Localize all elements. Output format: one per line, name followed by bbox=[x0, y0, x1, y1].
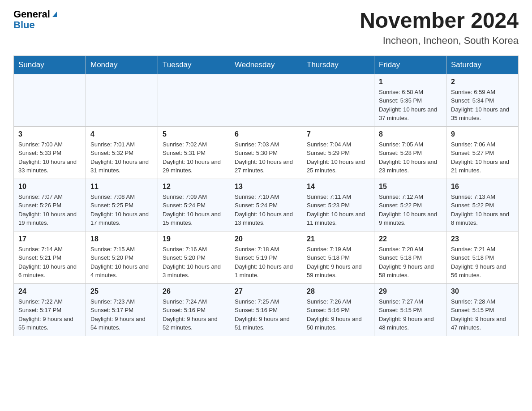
calendar-cell bbox=[158, 74, 230, 126]
day-info: Sunrise: 7:02 AM Sunset: 5:31 PM Dayligh… bbox=[163, 140, 225, 175]
day-number: 15 bbox=[379, 183, 442, 191]
calendar-week-row: 1Sunrise: 6:58 AM Sunset: 5:35 PM Daylig… bbox=[14, 74, 519, 126]
day-number: 8 bbox=[379, 130, 442, 138]
day-number: 23 bbox=[451, 235, 514, 243]
day-number: 21 bbox=[307, 235, 369, 243]
day-of-week-monday: Monday bbox=[86, 56, 158, 74]
day-number: 20 bbox=[235, 235, 297, 243]
calendar-cell: 10Sunrise: 7:07 AM Sunset: 5:26 PM Dayli… bbox=[14, 179, 86, 231]
day-number: 17 bbox=[18, 235, 81, 243]
day-of-week-saturday: Saturday bbox=[446, 56, 519, 74]
calendar-cell: 13Sunrise: 7:10 AM Sunset: 5:24 PM Dayli… bbox=[230, 179, 302, 231]
calendar-cell: 28Sunrise: 7:26 AM Sunset: 5:16 PM Dayli… bbox=[302, 283, 374, 336]
day-number: 24 bbox=[18, 287, 81, 295]
calendar-cell: 21Sunrise: 7:19 AM Sunset: 5:18 PM Dayli… bbox=[302, 231, 374, 283]
calendar-week-row: 17Sunrise: 7:14 AM Sunset: 5:21 PM Dayli… bbox=[14, 231, 519, 283]
calendar-cell: 2Sunrise: 6:59 AM Sunset: 5:34 PM Daylig… bbox=[446, 74, 519, 126]
calendar-cell: 22Sunrise: 7:20 AM Sunset: 5:18 PM Dayli… bbox=[374, 231, 446, 283]
day-number: 14 bbox=[307, 183, 369, 191]
day-number: 19 bbox=[163, 235, 225, 243]
calendar-cell: 30Sunrise: 7:28 AM Sunset: 5:15 PM Dayli… bbox=[446, 283, 519, 336]
calendar-cell: 6Sunrise: 7:03 AM Sunset: 5:30 PM Daylig… bbox=[230, 126, 302, 179]
day-info: Sunrise: 7:03 AM Sunset: 5:30 PM Dayligh… bbox=[235, 140, 297, 175]
day-info: Sunrise: 7:12 AM Sunset: 5:22 PM Dayligh… bbox=[379, 193, 442, 227]
day-number: 4 bbox=[90, 130, 153, 138]
day-number: 30 bbox=[451, 287, 514, 295]
day-number: 28 bbox=[307, 287, 369, 295]
calendar-table: SundayMondayTuesdayWednesdayThursdayFrid… bbox=[13, 56, 519, 336]
calendar-cell: 9Sunrise: 7:06 AM Sunset: 5:27 PM Daylig… bbox=[446, 126, 519, 179]
day-number: 22 bbox=[379, 235, 442, 243]
page-header: General Blue November 2024 Incheon, Inch… bbox=[13, 9, 519, 47]
day-info: Sunrise: 7:11 AM Sunset: 5:23 PM Dayligh… bbox=[307, 193, 369, 227]
calendar-cell: 20Sunrise: 7:18 AM Sunset: 5:19 PM Dayli… bbox=[230, 231, 302, 283]
calendar-cell: 3Sunrise: 7:00 AM Sunset: 5:33 PM Daylig… bbox=[14, 126, 86, 179]
calendar-cell bbox=[86, 74, 158, 126]
calendar-week-row: 3Sunrise: 7:00 AM Sunset: 5:33 PM Daylig… bbox=[14, 126, 519, 179]
page-subtitle: Incheon, Incheon, South Korea bbox=[360, 35, 519, 47]
logo-triangle-icon bbox=[52, 12, 57, 17]
day-info: Sunrise: 6:59 AM Sunset: 5:34 PM Dayligh… bbox=[451, 88, 514, 123]
calendar-cell: 4Sunrise: 7:01 AM Sunset: 5:32 PM Daylig… bbox=[86, 126, 158, 179]
day-of-week-sunday: Sunday bbox=[14, 56, 86, 74]
logo: General Blue bbox=[13, 9, 57, 30]
day-number: 16 bbox=[451, 183, 514, 191]
day-number: 29 bbox=[379, 287, 442, 295]
calendar-cell: 5Sunrise: 7:02 AM Sunset: 5:31 PM Daylig… bbox=[158, 126, 230, 179]
day-info: Sunrise: 7:18 AM Sunset: 5:19 PM Dayligh… bbox=[235, 245, 297, 280]
calendar-cell: 29Sunrise: 7:27 AM Sunset: 5:15 PM Dayli… bbox=[374, 283, 446, 336]
calendar-cell bbox=[230, 74, 302, 126]
day-number: 25 bbox=[90, 287, 153, 295]
title-area: November 2024 Incheon, Incheon, South Ko… bbox=[360, 9, 519, 47]
page-title: November 2024 bbox=[360, 9, 519, 33]
calendar-cell: 25Sunrise: 7:23 AM Sunset: 5:17 PM Dayli… bbox=[86, 283, 158, 336]
day-info: Sunrise: 7:13 AM Sunset: 5:22 PM Dayligh… bbox=[451, 193, 514, 227]
calendar-cell: 11Sunrise: 7:08 AM Sunset: 5:25 PM Dayli… bbox=[86, 179, 158, 231]
day-info: Sunrise: 7:16 AM Sunset: 5:20 PM Dayligh… bbox=[163, 245, 225, 280]
day-number: 13 bbox=[235, 183, 297, 191]
day-info: Sunrise: 7:09 AM Sunset: 5:24 PM Dayligh… bbox=[163, 193, 225, 227]
day-info: Sunrise: 7:07 AM Sunset: 5:26 PM Dayligh… bbox=[18, 193, 81, 227]
day-info: Sunrise: 6:58 AM Sunset: 5:35 PM Dayligh… bbox=[379, 88, 442, 123]
day-info: Sunrise: 7:04 AM Sunset: 5:29 PM Dayligh… bbox=[307, 140, 369, 175]
calendar-cell bbox=[302, 74, 374, 126]
day-number: 5 bbox=[163, 130, 225, 138]
day-number: 11 bbox=[90, 183, 153, 191]
day-number: 26 bbox=[163, 287, 225, 295]
day-of-week-friday: Friday bbox=[374, 56, 446, 74]
day-number: 3 bbox=[18, 130, 81, 138]
calendar-cell: 12Sunrise: 7:09 AM Sunset: 5:24 PM Dayli… bbox=[158, 179, 230, 231]
day-number: 10 bbox=[18, 183, 81, 191]
calendar-cell: 16Sunrise: 7:13 AM Sunset: 5:22 PM Dayli… bbox=[446, 179, 519, 231]
calendar-cell: 19Sunrise: 7:16 AM Sunset: 5:20 PM Dayli… bbox=[158, 231, 230, 283]
day-number: 2 bbox=[451, 78, 514, 86]
day-info: Sunrise: 7:01 AM Sunset: 5:32 PM Dayligh… bbox=[90, 140, 153, 175]
day-of-week-tuesday: Tuesday bbox=[158, 56, 230, 74]
day-number: 18 bbox=[90, 235, 153, 243]
day-number: 9 bbox=[451, 130, 514, 138]
calendar-cell: 27Sunrise: 7:25 AM Sunset: 5:16 PM Dayli… bbox=[230, 283, 302, 336]
day-info: Sunrise: 7:19 AM Sunset: 5:18 PM Dayligh… bbox=[307, 245, 369, 280]
day-info: Sunrise: 7:05 AM Sunset: 5:28 PM Dayligh… bbox=[379, 140, 442, 175]
calendar-cell: 7Sunrise: 7:04 AM Sunset: 5:29 PM Daylig… bbox=[302, 126, 374, 179]
day-info: Sunrise: 7:20 AM Sunset: 5:18 PM Dayligh… bbox=[379, 245, 442, 280]
calendar-header-row: SundayMondayTuesdayWednesdayThursdayFrid… bbox=[14, 56, 519, 74]
day-info: Sunrise: 7:08 AM Sunset: 5:25 PM Dayligh… bbox=[90, 193, 153, 227]
calendar-cell bbox=[14, 74, 86, 126]
calendar-week-row: 10Sunrise: 7:07 AM Sunset: 5:26 PM Dayli… bbox=[14, 179, 519, 231]
logo-blue-text: Blue bbox=[13, 20, 57, 30]
day-number: 7 bbox=[307, 130, 369, 138]
calendar-cell: 8Sunrise: 7:05 AM Sunset: 5:28 PM Daylig… bbox=[374, 126, 446, 179]
day-info: Sunrise: 7:10 AM Sunset: 5:24 PM Dayligh… bbox=[235, 193, 297, 227]
calendar-cell: 1Sunrise: 6:58 AM Sunset: 5:35 PM Daylig… bbox=[374, 74, 446, 126]
day-info: Sunrise: 7:14 AM Sunset: 5:21 PM Dayligh… bbox=[18, 245, 81, 280]
day-info: Sunrise: 7:27 AM Sunset: 5:15 PM Dayligh… bbox=[379, 297, 442, 332]
day-of-week-wednesday: Wednesday bbox=[230, 56, 302, 74]
day-info: Sunrise: 7:24 AM Sunset: 5:16 PM Dayligh… bbox=[163, 297, 225, 332]
day-info: Sunrise: 7:15 AM Sunset: 5:20 PM Dayligh… bbox=[90, 245, 153, 280]
day-number: 6 bbox=[235, 130, 297, 138]
calendar-cell: 24Sunrise: 7:22 AM Sunset: 5:17 PM Dayli… bbox=[14, 283, 86, 336]
day-info: Sunrise: 7:06 AM Sunset: 5:27 PM Dayligh… bbox=[451, 140, 514, 175]
calendar-cell: 14Sunrise: 7:11 AM Sunset: 5:23 PM Dayli… bbox=[302, 179, 374, 231]
day-info: Sunrise: 7:21 AM Sunset: 5:18 PM Dayligh… bbox=[451, 245, 514, 280]
